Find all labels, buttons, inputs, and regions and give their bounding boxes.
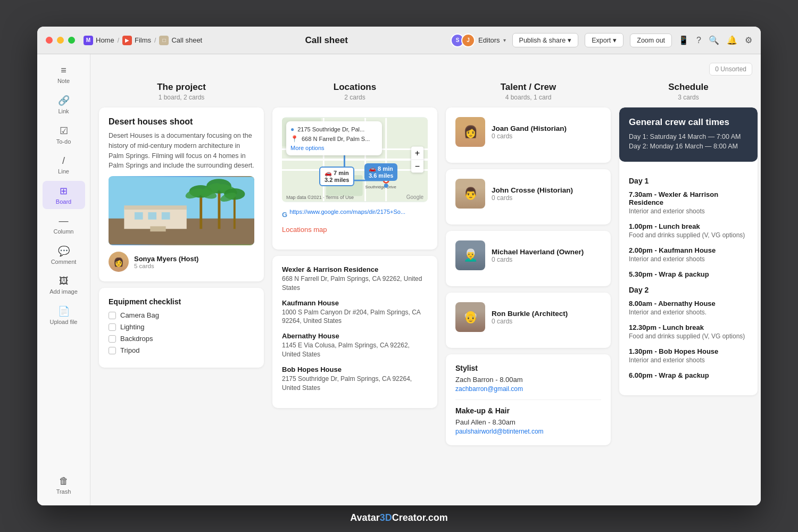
board-schedule-header: Schedule 3 cards — [619, 82, 758, 101]
checklist-label-2: Backdrops — [120, 335, 153, 343]
sidebar-line-label: Line — [58, 168, 69, 174]
talent-photo-joan: 👩 — [455, 117, 485, 147]
day2-header: Day 2 — [629, 286, 748, 294]
close-button[interactable] — [46, 37, 53, 44]
google-g-icon: G — [282, 211, 287, 219]
location-item-1: Kaufmann House 1000 S Palm Canyon Dr #20… — [282, 299, 428, 326]
talent-person-john: 👨 John Crosse (Historian) 0 cards — [455, 179, 601, 209]
more-options-link[interactable]: More options — [290, 145, 378, 151]
sched-time-d2-3: 6.00pm - Wrap & packup — [629, 371, 748, 379]
map-zoom-in[interactable]: + — [411, 147, 423, 160]
talent-info-michael: Michael Haverland (Owner) 0 cards — [492, 248, 584, 263]
watermark-text3: Creator.com — [392, 512, 448, 523]
sidebar-item-addimage[interactable]: 🖼 Add image — [43, 271, 85, 299]
export-button[interactable]: Export ▾ — [585, 33, 624, 47]
sched-event-d2-3: 6.00pm - Wrap & packup — [629, 371, 748, 379]
sched-event-d2-2: 1.30pm - Bob Hopes House Interior and ex… — [629, 347, 748, 364]
checkbox-backdrops[interactable] — [109, 335, 116, 343]
svg-rect-7 — [200, 193, 202, 229]
sched-desc-d1-2: Interior and exterior shoots — [629, 255, 748, 263]
checklist-title: Equipment checklist — [109, 297, 254, 306]
john-face: 👨 — [455, 179, 485, 209]
map-addr1: 2175 Southridge Dr, Pal... — [297, 126, 364, 132]
ron-name: Ron Burkle (Architect) — [492, 310, 568, 318]
checkbox-lighting[interactable] — [109, 323, 116, 331]
board-talent-title: Talent / Crew — [446, 82, 611, 93]
minimize-button[interactable] — [57, 37, 64, 44]
checkbox-tripod[interactable] — [109, 347, 116, 354]
stylist-email[interactable]: zachbarron@gmail.com — [455, 385, 523, 393]
location-item-0: Wexler & Harrison Residence 668 N Farrel… — [282, 265, 428, 293]
callsheet-icon: □ — [159, 36, 169, 45]
checkbox-camera[interactable] — [109, 312, 116, 319]
sidebar: ≡ Note 🔗 Link ☑ To-do / Line ⊞ Board — C… — [37, 54, 90, 505]
sidebar-uploadfile-label: Upload file — [50, 319, 78, 325]
sidebar-item-note[interactable]: ≡ Note — [43, 61, 85, 88]
host-face: 👩 — [109, 252, 129, 272]
watermark-text1: Avatar — [350, 512, 379, 523]
schedule-general-day1: Day 1: Saturday 14 March — 7:00 AM — [629, 133, 748, 140]
editors-group[interactable]: S J Editors ▾ — [451, 34, 505, 47]
map-time1: 🚗 7 min 3.2 miles — [319, 167, 354, 186]
topbar-icons: 📱 ? 🔍 🔔 ⚙ — [678, 35, 752, 45]
sched-desc-d1-0: Interior and exterior shoots — [629, 207, 748, 215]
locations-map-link[interactable]: Locations map — [282, 226, 428, 234]
location-2-addr: 1145 E Via Colusa, Palm Springs, CA 9226… — [282, 341, 428, 359]
sched-event-d1-0: 7.30am - Wexler & Harrison Residence Int… — [629, 190, 748, 215]
svg-rect-5 — [148, 212, 156, 220]
titlebar: M Home / ▶ Films / □ Call sheet Call she… — [37, 27, 761, 54]
sidebar-item-line[interactable]: / Line — [43, 151, 85, 179]
sidebar-item-uploadfile[interactable]: 📄 Upload file — [43, 301, 85, 329]
sidebar-item-trash[interactable]: 🗑 Trash — [43, 471, 85, 499]
settings-icon[interactable]: ⚙ — [745, 35, 752, 45]
sched-event-d1-1: 1.00pm - Lunch break Food and drinks sup… — [629, 222, 748, 239]
sidebar-item-todo[interactable]: ☑ To-do — [43, 121, 85, 149]
equipment-card: Equipment checklist Camera Bag Lighting — [99, 288, 264, 368]
titlebar-right: S J Editors ▾ Publish & share ▾ Export ▾… — [451, 33, 752, 47]
sidebar-item-comment[interactable]: 💬 Comment — [43, 241, 85, 269]
breadcrumb-callsheet-label: Call sheet — [171, 36, 202, 44]
checklist-item-0: Camera Bag — [109, 311, 254, 319]
column-icon: — — [59, 215, 69, 227]
search-icon[interactable]: 🔍 — [709, 35, 719, 45]
sched-desc-d1-1: Food and drinks supplied (V, VG options) — [629, 231, 748, 239]
michael-name: Michael Haverland (Owner) — [492, 248, 584, 256]
sidebar-item-board[interactable]: ⊞ Board — [43, 181, 85, 209]
map-car2-icon: 🚗 8 min — [369, 165, 393, 172]
sched-event-d1-3: 5.30pm - Wrap & packup — [629, 270, 748, 278]
zoom-out-button[interactable]: Zoom out — [630, 34, 672, 47]
stylist-name-time: Zach Barron - 8.00am — [455, 376, 601, 384]
sched-time-d1-3: 5.30pm - Wrap & packup — [629, 270, 748, 278]
talent-info-ron: Ron Burkle (Architect) 0 cards — [492, 310, 568, 325]
google-maps-link[interactable]: https://www.google.com/maps/dir/2175+So.… — [289, 209, 405, 215]
location-3-name: Bob Hopes House — [282, 365, 428, 373]
breadcrumb-home[interactable]: M Home — [84, 36, 114, 45]
breadcrumb-home-label: Home — [96, 36, 114, 44]
breadcrumb-callsheet[interactable]: □ Call sheet — [159, 36, 202, 45]
home-icon: M — [84, 36, 93, 45]
board-schedule: Schedule 3 cards General crew call times… — [619, 82, 758, 445]
stylist-title: Stylist — [455, 364, 601, 372]
sidebar-item-column[interactable]: — Column — [43, 211, 85, 239]
sidebar-item-link[interactable]: 🔗 Link — [43, 90, 85, 119]
sched-time-d1-1: 1.00pm - Lunch break — [629, 222, 748, 230]
svg-rect-15 — [234, 195, 236, 229]
sidebar-trash-label: Trash — [56, 488, 71, 495]
map-zoom-out[interactable]: − — [411, 160, 423, 173]
breadcrumb-sep-1: / — [118, 37, 119, 44]
sidebar-column-label: Column — [54, 228, 74, 235]
device-icon[interactable]: 📱 — [678, 35, 689, 45]
host-avatar: 👩 — [109, 252, 129, 272]
notifications-icon[interactable]: 🔔 — [727, 35, 737, 45]
board-locations: Locations 2 cards — [272, 82, 437, 445]
breadcrumb-films[interactable]: ▶ Films — [122, 36, 151, 45]
editors-chevron-icon: ▾ — [503, 37, 506, 43]
board-locations-title: Locations — [272, 82, 437, 93]
maximize-button[interactable] — [68, 37, 75, 44]
project-card-title: Desert houses shoot — [109, 117, 254, 127]
help-icon[interactable]: ? — [696, 36, 701, 45]
publish-share-button[interactable]: Publish & share ▾ — [512, 33, 579, 47]
sched-event-d1-2: 2.00pm - Kaufmann House Interior and ext… — [629, 246, 748, 263]
makeup-email[interactable]: paulshairworld@btinternet.com — [455, 428, 544, 435]
talent-card-ron: 👴 Ron Burkle (Architect) 0 cards — [446, 293, 611, 348]
